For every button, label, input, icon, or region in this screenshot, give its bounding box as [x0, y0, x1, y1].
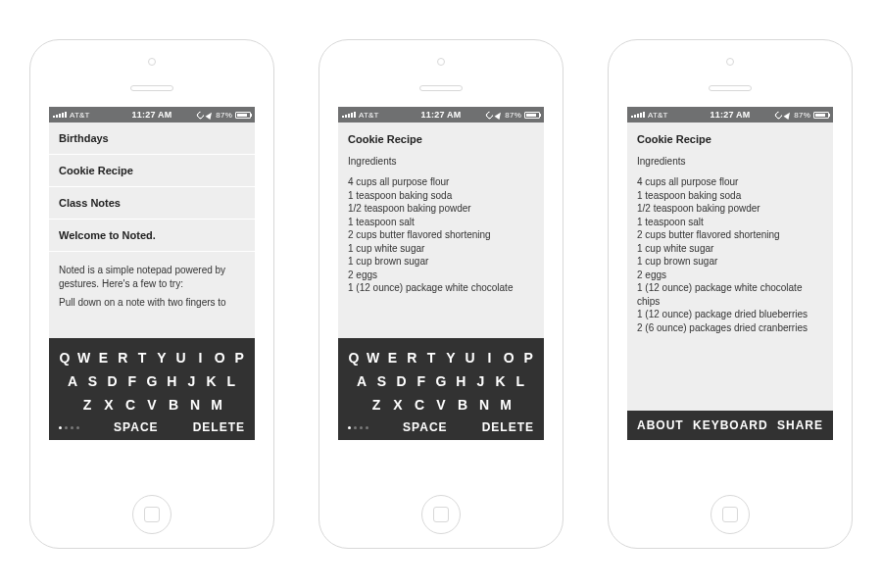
key[interactable]: Z — [366, 397, 387, 413]
key[interactable]: U — [461, 350, 480, 366]
ingredient-line: 1 cup brown sugar — [348, 255, 534, 269]
delete-key[interactable]: DELETE — [482, 420, 534, 434]
key[interactable]: D — [391, 373, 411, 389]
status-bar: AT&T 11:27 AM 87% — [49, 107, 255, 122]
key[interactable]: L — [511, 373, 530, 389]
ingredient-line: 1 (12 ounce) package white chocolate chi… — [637, 281, 823, 308]
key[interactable]: X — [387, 397, 409, 413]
key[interactable]: O — [210, 350, 229, 366]
key[interactable]: T — [132, 350, 152, 366]
key[interactable]: D — [102, 373, 122, 389]
key[interactable]: B — [452, 397, 473, 413]
phone-speaker — [709, 85, 752, 91]
key[interactable]: C — [120, 397, 141, 413]
key[interactable]: Q — [344, 350, 364, 366]
home-button[interactable] — [710, 495, 750, 534]
signal-icon — [342, 112, 356, 118]
page-dots[interactable] — [59, 426, 79, 429]
ingredient-line: 2 eggs — [348, 269, 534, 282]
key[interactable]: S — [82, 373, 102, 389]
key[interactable]: M — [495, 397, 516, 413]
key[interactable]: N — [184, 397, 206, 413]
page-dots[interactable] — [348, 426, 368, 429]
key[interactable]: E — [94, 350, 114, 366]
list-item[interactable]: Cookie Recipe — [49, 155, 255, 187]
signal-icon — [631, 112, 645, 118]
key[interactable]: H — [451, 373, 470, 389]
note-body[interactable]: Cookie Recipe Ingredients 4 cups all pur… — [338, 122, 544, 338]
about-button[interactable]: ABOUT — [637, 418, 684, 432]
key[interactable]: E — [383, 350, 403, 366]
key[interactable]: O — [499, 350, 518, 366]
battery-icon — [235, 112, 251, 119]
key[interactable]: S — [371, 373, 391, 389]
list-item[interactable]: Birthdays — [49, 122, 255, 155]
space-key[interactable]: SPACE — [368, 420, 482, 434]
action-bar: ABOUT KEYBOARD SHARE — [627, 411, 833, 440]
key[interactable]: C — [409, 397, 430, 413]
sync-icon — [196, 110, 206, 120]
key[interactable]: W — [74, 350, 94, 366]
key[interactable]: A — [63, 373, 82, 389]
note-section: Ingredients — [348, 155, 534, 169]
ingredient-line: 1 teaspoon baking soda — [348, 189, 534, 203]
key[interactable]: J — [470, 373, 490, 389]
space-key[interactable]: SPACE — [79, 420, 193, 434]
ingredient-line: 2 (6 ounce) packages dried cranberries — [637, 321, 823, 335]
sync-icon — [774, 110, 784, 120]
key[interactable]: T — [421, 350, 441, 366]
key[interactable]: J — [181, 373, 201, 389]
keyboard[interactable]: QWERTYUIOP ASDFGHJKL ZXCVBNM SPACE DELET… — [49, 338, 255, 440]
keyboard-row-1: QWERTYUIOP — [344, 350, 538, 366]
note-section: Ingredients — [637, 155, 823, 169]
key[interactable]: L — [221, 373, 241, 389]
key[interactable]: A — [352, 373, 371, 389]
key[interactable]: P — [229, 350, 249, 366]
share-button[interactable]: SHARE — [777, 418, 823, 432]
note-title: Cookie Recipe — [637, 132, 823, 147]
phone-camera — [726, 58, 734, 66]
list-item[interactable]: Welcome to Noted. — [49, 220, 255, 252]
key[interactable]: Y — [441, 350, 461, 366]
home-button[interactable] — [132, 495, 172, 534]
phone-speaker — [419, 85, 463, 91]
key[interactable]: I — [480, 350, 500, 366]
key[interactable]: Y — [152, 350, 172, 366]
keyboard[interactable]: QWERTYUIOP ASDFGHJKL ZXCVBNM SPACE DELET… — [338, 338, 544, 440]
key[interactable]: X — [98, 397, 120, 413]
key[interactable]: K — [491, 373, 511, 389]
ingredient-line: 1 teaspoon salt — [637, 216, 823, 229]
delete-key[interactable]: DELETE — [193, 420, 245, 434]
key[interactable]: V — [430, 397, 452, 413]
ingredient-line: 2 eggs — [637, 269, 823, 282]
key[interactable]: N — [473, 397, 495, 413]
key[interactable]: G — [142, 373, 162, 389]
key[interactable]: Q — [55, 350, 74, 366]
keyboard-footer: SPACE DELETE — [344, 420, 538, 434]
ingredient-line: 1 (12 ounce) package white chocolate — [348, 281, 534, 295]
phone-camera — [148, 58, 156, 66]
key[interactable]: F — [412, 373, 431, 389]
key[interactable]: W — [364, 350, 383, 366]
key[interactable]: K — [202, 373, 221, 389]
key[interactable]: G — [431, 373, 451, 389]
signal-icon — [53, 112, 67, 118]
key[interactable]: M — [206, 397, 227, 413]
keyboard-button[interactable]: KEYBOARD — [693, 418, 768, 432]
key[interactable]: P — [518, 350, 538, 366]
key[interactable]: R — [402, 350, 421, 366]
key[interactable]: Z — [76, 397, 98, 413]
key[interactable]: B — [163, 397, 184, 413]
key[interactable]: U — [172, 350, 191, 366]
ingredient-line: 1 cup white sugar — [637, 242, 823, 256]
key[interactable]: F — [122, 373, 142, 389]
ingredient-line: 1 cup brown sugar — [637, 255, 823, 269]
key[interactable]: R — [113, 350, 132, 366]
key[interactable]: V — [141, 397, 163, 413]
note-body[interactable]: Cookie Recipe Ingredients 4 cups all pur… — [627, 122, 833, 411]
home-button[interactable] — [421, 495, 461, 534]
key[interactable]: I — [191, 350, 211, 366]
keyboard-row-2: ASDFGHJKL — [55, 373, 249, 389]
list-item[interactable]: Class Notes — [49, 187, 255, 220]
key[interactable]: H — [162, 373, 181, 389]
